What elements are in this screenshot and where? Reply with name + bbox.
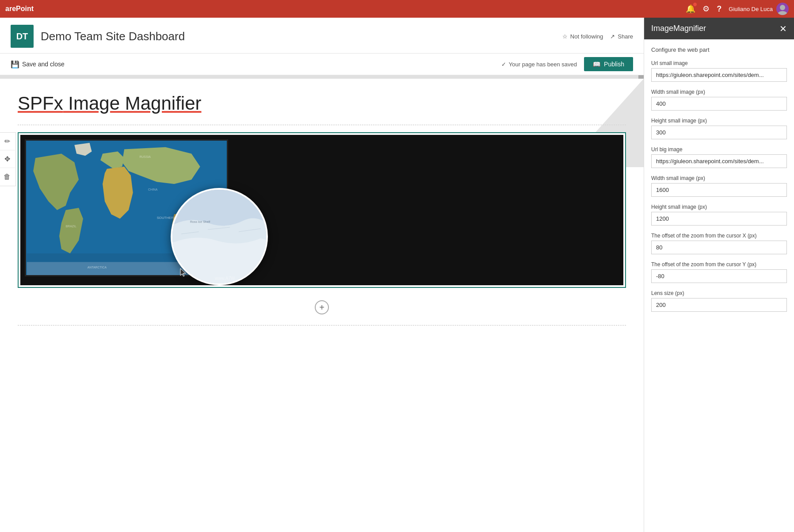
svg-text:Ross Ice Shelf: Ross Ice Shelf xyxy=(190,220,210,223)
star-icon: ☆ xyxy=(562,33,568,40)
page-header: DT Demo Team Site Dashboard ☆ Not follow… xyxy=(0,18,644,54)
label-url-small: Url small image xyxy=(651,60,787,66)
heading-spfx: SPFx xyxy=(18,93,63,114)
input-offset-y[interactable] xyxy=(651,269,787,283)
section-divider-bottom xyxy=(18,325,626,325)
user-info[interactable]: Giuliano De Luca xyxy=(729,3,789,15)
input-width-small-image[interactable] xyxy=(651,97,787,111)
edit-tool-button[interactable]: ✏ xyxy=(0,133,16,150)
input-url-big-image[interactable] xyxy=(651,154,787,168)
help-icon[interactable]: ? xyxy=(717,4,721,14)
input-lens-size[interactable] xyxy=(651,298,787,312)
svg-text:CHINA: CHINA xyxy=(148,188,158,191)
top-navigation-bar: arePoint 🔔 ⚙ ? Giuliano De Luca xyxy=(0,0,794,18)
add-section-button[interactable]: + xyxy=(315,300,329,314)
panel-subtitle: Configure the web part xyxy=(651,46,787,53)
label-width-big: Width small image (px) xyxy=(651,175,787,181)
move-tool-button[interactable]: ✥ xyxy=(0,150,16,168)
input-height-big-image[interactable] xyxy=(651,212,787,226)
page-heading: SPFx Image Magnifier xyxy=(18,93,626,114)
form-group-height-small: Height small image (px) xyxy=(651,118,787,139)
input-offset-x[interactable] xyxy=(651,241,787,254)
label-width-small: Width small image (px) xyxy=(651,89,787,95)
user-name: Giuliano De Luca xyxy=(729,6,773,12)
webpart-container: ✏ ✥ 🗑 xyxy=(18,132,626,288)
saved-status: ✓ Your page has been saved xyxy=(501,61,577,68)
svg-point-0 xyxy=(780,5,785,10)
save-close-button[interactable]: 💾 Save and close xyxy=(11,60,65,69)
follow-button[interactable]: ☆ Not following xyxy=(562,33,603,40)
form-group-url-big: Url big image xyxy=(651,146,787,168)
panel-body: Configure the web part Url small image W… xyxy=(644,39,794,532)
svg-point-1 xyxy=(778,11,787,15)
topbar-left: arePoint xyxy=(5,5,34,13)
main-layout: DT Demo Team Site Dashboard ☆ Not follow… xyxy=(0,18,794,532)
user-avatar xyxy=(776,3,789,15)
panel-title: ImageMagnifier xyxy=(651,24,706,33)
settings-icon[interactable]: ⚙ xyxy=(702,4,710,14)
check-icon: ✓ xyxy=(501,61,506,68)
form-group-offset-y: The offset of the zoom from the cursor Y… xyxy=(651,261,787,283)
form-group-width-small: Width small image (px) xyxy=(651,89,787,111)
panel-header: ImageMagnifier ✕ xyxy=(644,18,794,39)
content-area: DT Demo Team Site Dashboard ☆ Not follow… xyxy=(0,18,644,532)
cursor-position xyxy=(179,268,188,280)
scroll-indicator xyxy=(0,75,644,79)
publish-icon: 📖 xyxy=(593,61,600,68)
edit-bar: 💾 Save and close ✓ Your page has been sa… xyxy=(0,54,644,75)
svg-text:RUSSIA: RUSSIA xyxy=(139,155,151,158)
right-panel: ImageMagnifier ✕ Configure the web part … xyxy=(644,18,794,532)
topbar-right: 🔔 ⚙ ? Giuliano De Luca xyxy=(686,3,789,15)
add-section: + xyxy=(18,295,626,320)
form-group-width-big: Width small image (px) xyxy=(651,175,787,197)
header-actions: ☆ Not following ↗ Share xyxy=(562,33,633,40)
page-content: SPFx Image Magnifier ✏ ✥ 🗑 xyxy=(0,79,644,532)
notification-icon[interactable]: 🔔 xyxy=(686,4,695,14)
label-height-big: Height small image (px) xyxy=(651,204,787,210)
input-url-small-image[interactable] xyxy=(651,68,787,82)
webpart-wrapper: SOUTHERN OCEA BRAZIL RUSSIA CHINA ANTARC… xyxy=(18,132,626,288)
form-group-offset-x: The offset of the zoom from the cursor X… xyxy=(651,233,787,254)
section-divider-top xyxy=(18,125,626,125)
watermark: www.A7W... xyxy=(215,276,238,281)
form-group-url-small: Url small image xyxy=(651,60,787,82)
label-lens-size: Lens size (px) xyxy=(651,290,787,296)
share-button[interactable]: ↗ Share xyxy=(610,33,633,40)
app-title: arePoint xyxy=(5,5,34,13)
svg-text:BRAZIL: BRAZIL xyxy=(66,225,76,228)
delete-tool-button[interactable]: 🗑 xyxy=(0,168,16,186)
input-height-small-image[interactable] xyxy=(651,126,787,139)
image-magnifier-display[interactable]: SOUTHERN OCEA BRAZIL RUSSIA CHINA ANTARC… xyxy=(20,135,623,285)
input-width-big-image[interactable] xyxy=(651,183,787,197)
save-icon: 💾 xyxy=(11,60,19,69)
scroll-handle[interactable] xyxy=(638,75,644,79)
label-offset-x: The offset of the zoom from the cursor X… xyxy=(651,233,787,239)
site-icon: DT xyxy=(11,25,34,48)
form-group-height-big: Height small image (px) xyxy=(651,204,787,226)
panel-close-button[interactable]: ✕ xyxy=(779,24,787,33)
heading-suffix: Image Magnifier xyxy=(63,93,202,114)
notification-badge xyxy=(693,2,697,7)
share-icon: ↗ xyxy=(610,33,615,40)
publish-button[interactable]: 📖 Publish xyxy=(584,57,633,71)
label-height-small: Height small image (px) xyxy=(651,118,787,124)
form-group-lens-size: Lens size (px) xyxy=(651,290,787,312)
page-title-row: DT Demo Team Site Dashboard ☆ Not follow… xyxy=(11,25,633,48)
svg-text:ANTARCTICA: ANTARCTICA xyxy=(88,266,107,269)
page-title: Demo Team Site Dashboard xyxy=(41,30,185,43)
label-offset-y: The offset of the zoom from the cursor Y… xyxy=(651,261,787,268)
webpart-toolbar: ✏ ✥ 🗑 xyxy=(0,132,16,186)
label-url-big: Url big image xyxy=(651,146,787,153)
